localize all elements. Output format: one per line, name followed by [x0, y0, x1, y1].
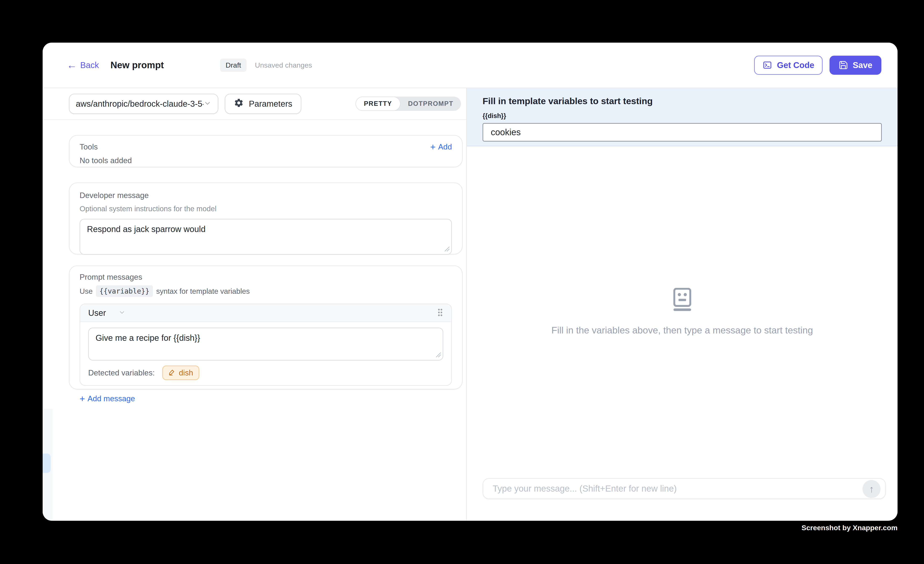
format-toggle: PRETTY DOTPROMPT [356, 97, 461, 111]
save-icon [838, 60, 848, 70]
hint-prefix: Use [80, 287, 93, 296]
content: aws/anthropic/bedrock-claude-3-5-s... Pa… [43, 88, 897, 520]
back-button[interactable]: ← Back [67, 60, 99, 70]
chat-empty-state-text: Fill in the variables above, then type a… [552, 325, 813, 336]
variable-badge-label: dish [179, 369, 193, 377]
message-body: Give me a recipe for {{dish}} Detected v… [80, 322, 451, 385]
unsaved-changes-text: Unsaved changes [255, 61, 312, 69]
developer-message-title: Developer message [80, 191, 452, 200]
prompt-messages-title: Prompt messages [80, 273, 452, 282]
tools-empty-text: No tools added [80, 156, 452, 165]
message-role-value: User [88, 308, 106, 318]
editor-cards: Tools + Add No tools added Developer mes… [69, 135, 463, 390]
arrow-up-icon: ↑ [869, 483, 874, 495]
message-role-select[interactable]: User [88, 308, 126, 318]
pencil-icon [168, 368, 176, 377]
model-toolbar: aws/anthropic/bedrock-claude-3-5-s... Pa… [43, 88, 466, 120]
variable-syntax-code: {{variable}} [96, 285, 153, 297]
add-tool-label: Add [438, 142, 452, 152]
save-label: Save [853, 60, 872, 70]
prompt-messages-card: Prompt messages Use {{variable}} syntax … [69, 266, 463, 390]
gear-icon [234, 98, 244, 110]
template-syntax-hint: Use {{variable}} syntax for template var… [80, 285, 452, 297]
developer-message-card: Developer message Optional system instru… [69, 183, 463, 255]
variable-dish-input[interactable] [483, 123, 882, 141]
message-header: User [80, 304, 451, 322]
save-button[interactable]: Save [830, 56, 881, 75]
template-variables-panel: Fill in template variables to start test… [467, 88, 897, 146]
back-label: Back [80, 60, 99, 70]
drag-handle-icon[interactable] [437, 308, 443, 318]
plus-icon: + [80, 394, 85, 404]
variable-badge-dish[interactable]: dish [162, 366, 199, 380]
parameters-button[interactable]: Parameters [225, 94, 302, 114]
detected-variables-label: Detected variables: [88, 369, 155, 377]
format-toggle-pretty[interactable]: PRETTY [356, 97, 400, 111]
plus-icon: + [430, 142, 435, 152]
developer-message-subtitle: Optional system instructions for the mod… [80, 204, 452, 213]
test-pane: Fill in template variables to start test… [467, 88, 897, 520]
add-message-button[interactable]: + Add message [80, 394, 452, 404]
format-toggle-dotprompt[interactable]: DOTPROMPT [400, 100, 461, 108]
chevron-down-icon [204, 99, 212, 108]
get-code-button[interactable]: Get Code [754, 56, 823, 75]
add-tool-button[interactable]: + Add [430, 142, 452, 152]
back-arrow-icon: ← [67, 60, 77, 70]
send-message-button[interactable]: ↑ [862, 480, 880, 498]
chat-message-input[interactable] [483, 479, 885, 498]
template-variables-title: Fill in template variables to start test… [483, 96, 882, 106]
tools-card: Tools + Add No tools added [69, 135, 463, 167]
prompt-editor-pane: aws/anthropic/bedrock-claude-3-5-s... Pa… [43, 88, 467, 520]
add-message-label: Add message [88, 394, 135, 403]
variable-dish-label: {{dish}} [483, 112, 882, 120]
app-window: ← Back New prompt Draft Unsaved changes … [43, 43, 897, 521]
sidebar-sliver-active-item[interactable] [43, 453, 51, 473]
parameters-label: Parameters [249, 99, 292, 108]
chat-input-bar: ↑ [483, 478, 886, 499]
chat-empty-state: Fill in the variables above, then type a… [467, 288, 897, 336]
header: ← Back New prompt Draft Unsaved changes … [43, 43, 897, 88]
hint-suffix: syntax for template variables [156, 287, 250, 296]
model-selector-value: aws/anthropic/bedrock-claude-3-5-s... [76, 99, 204, 108]
page-title: New prompt [111, 60, 164, 70]
tools-title: Tools [80, 142, 98, 152]
status-badge: Draft [220, 58, 246, 72]
chevron-down-icon [118, 309, 126, 317]
message-content-input[interactable]: Give me a recipe for {{dish}} [88, 328, 443, 360]
developer-message-input[interactable]: Respond as jack sparrow would [80, 219, 452, 255]
robot-face-icon [672, 288, 692, 312]
detected-variables-row: Detected variables: dish [88, 366, 443, 380]
watermark-text: Screenshot by Xnapper.com [802, 524, 897, 532]
message-block: User Give me a recipe for {{ [80, 304, 452, 386]
get-code-label: Get Code [777, 60, 814, 70]
terminal-icon [762, 60, 772, 70]
model-selector[interactable]: aws/anthropic/bedrock-claude-3-5-s... [69, 94, 218, 114]
